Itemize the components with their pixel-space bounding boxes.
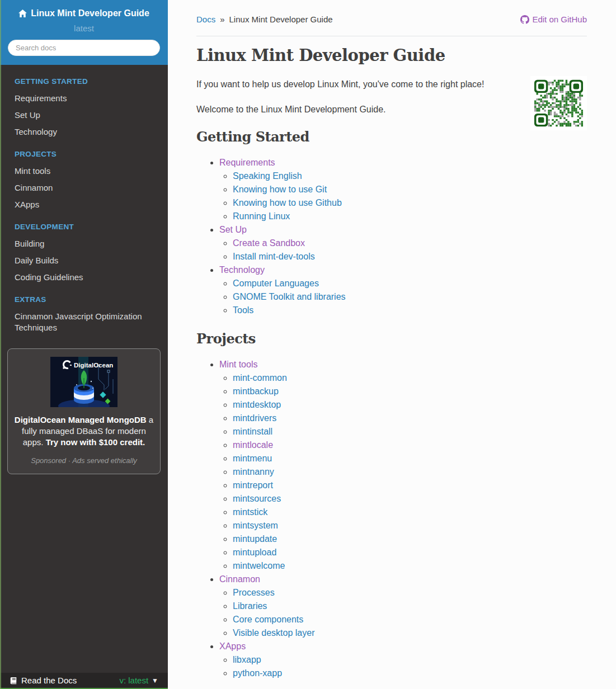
toc-link-gnome-toolkit-and-libraries[interactable]: GNOME Toolkit and libraries (233, 292, 346, 301)
sidebar-item-mint-tools[interactable]: Mint tools (0, 163, 168, 180)
toc-subitem: mintdesktop (233, 398, 587, 412)
toc-subitem: Install mint-dev-tools (233, 250, 587, 263)
toc-sections: Getting StartedRequirementsSpeaking Engl… (196, 129, 587, 680)
toc-link-technology[interactable]: Technology (219, 265, 265, 275)
toc-subitem: Speaking English (233, 169, 587, 183)
toc-sublist: Computer LanguagesGNOME Toolkit and libr… (219, 277, 587, 317)
sidebar-item-cinnamon[interactable]: Cinnamon (0, 180, 168, 196)
toc-link-libxapp[interactable]: libxapp (233, 655, 261, 664)
sidebar-header: Linux Mint Developer Guide latest (0, 0, 168, 65)
sidebar-item-building[interactable]: Building (0, 235, 168, 252)
toc-subitem: libxapp (233, 653, 587, 667)
toc-link-knowing-how-to-use-github[interactable]: Knowing how to use Github (233, 198, 342, 207)
edit-on-github-link[interactable]: Edit on GitHub (520, 15, 587, 24)
toc-subitem: Knowing how to use Git (233, 183, 587, 196)
toc-link-tools[interactable]: Tools (233, 305, 253, 315)
github-icon (520, 15, 529, 24)
toc-link-create-a-sandbox[interactable]: Create a Sandbox (233, 238, 305, 248)
nav-section-caption: PROJECTS (0, 140, 168, 163)
rtd-version-bar: Read the Docs v: latest ▼ (0, 673, 168, 689)
toc-link-mintdrivers[interactable]: mintdrivers (233, 413, 276, 423)
toc-link-knowing-how-to-use-git[interactable]: Knowing how to use Git (233, 185, 327, 194)
page-title: Linux Mint Developer Guide (196, 46, 587, 65)
toc-link-mint-tools[interactable]: Mint tools (219, 360, 257, 369)
toc-item: TechnologyComputer LanguagesGNOME Toolki… (219, 263, 587, 317)
sidebar-item-set-up[interactable]: Set Up (0, 107, 168, 124)
breadcrumb-divider (196, 36, 587, 36)
toc-subitem: Visible desktop layer (233, 626, 587, 640)
breadcrumb-docs-link[interactable]: Docs (196, 15, 215, 24)
ad-disclosure: Sponsored · Ads served ethically (13, 456, 154, 465)
toc-link-visible-desktop-layer[interactable]: Visible desktop layer (233, 628, 314, 638)
toc-subitem: Computer Languages (233, 277, 587, 290)
toc-link-install-mint-dev-tools[interactable]: Install mint-dev-tools (233, 252, 315, 261)
toc-link-xapps[interactable]: XApps (219, 641, 246, 651)
toc-subitem: mintlocale (233, 438, 587, 452)
toc-subitem: mintsystem (233, 519, 587, 532)
toc-link-mintlocale[interactable]: mintlocale (233, 440, 273, 450)
toc-list: RequirementsSpeaking EnglishKnowing how … (196, 156, 587, 317)
toc-link-mintbackup[interactable]: mintbackup (233, 386, 279, 396)
toc-link-libraries[interactable]: Libraries (233, 601, 267, 611)
toc-item: Set UpCreate a SandboxInstall mint-dev-t… (219, 223, 587, 263)
toc-link-mint-common[interactable]: mint-common (233, 373, 287, 383)
read-the-docs-link[interactable]: Read the Docs (10, 676, 77, 685)
toc-link-mintnanny[interactable]: mintnanny (233, 467, 274, 476)
toc-link-processes[interactable]: Processes (233, 588, 275, 597)
toc-link-speaking-english[interactable]: Speaking English (233, 171, 302, 181)
main-area: Docs » Linux Mint Developer Guide Edit o… (168, 0, 616, 689)
toc-link-mintwelcome[interactable]: mintwelcome (233, 561, 285, 570)
toc-subitem: mintnanny (233, 465, 587, 479)
toc-link-mintdesktop[interactable]: mintdesktop (233, 400, 281, 409)
caret-down-icon: ▼ (152, 677, 158, 685)
toc-link-cinnamon[interactable]: Cinnamon (219, 574, 260, 584)
sidebar: Linux Mint Developer Guide latest GETTIN… (0, 0, 168, 689)
toc-item: CinnamonProcessesLibrariesCore component… (219, 573, 587, 640)
sidebar-item-requirements[interactable]: Requirements (0, 90, 168, 107)
toc-subitem: mintsources (233, 492, 587, 506)
ad-cta: Try now with $100 credit. (46, 437, 145, 447)
toc-subitem: mintreport (233, 479, 587, 492)
toc-link-mintreport[interactable]: mintreport (233, 480, 273, 490)
toc-link-mintstick[interactable]: mintstick (233, 507, 267, 517)
toc-link-python-xapp[interactable]: python-xapp (233, 668, 282, 678)
sidebar-item-xapps[interactable]: XApps (0, 196, 168, 213)
sidebar-item-coding-guidelines[interactable]: Coding Guidelines (0, 269, 168, 286)
search-input[interactable] (8, 40, 160, 56)
intro-paragraphs: If you want to help us develop Linux Min… (196, 78, 587, 115)
toc-link-core-components[interactable]: Core components (233, 615, 303, 624)
sidebar-nav: GETTING STARTEDRequirementsSet UpTechnol… (0, 65, 168, 336)
version-switcher[interactable]: v: latest ▼ (119, 676, 158, 685)
section-heading-projects: Projects (196, 331, 587, 347)
toc-link-mintupdate[interactable]: mintupdate (233, 534, 277, 544)
toc-link-requirements[interactable]: Requirements (219, 158, 275, 167)
rtd-label-text: Read the Docs (21, 676, 77, 685)
toc-subitem: Create a Sandbox (233, 237, 587, 250)
toc-subitem: python-xapp (233, 667, 587, 680)
sidebar-item-cinnamon-javascript-optimization-techniques[interactable]: Cinnamon Javascript Optimization Techniq… (0, 308, 168, 336)
nav-section-caption: GETTING STARTED (0, 68, 168, 90)
toc-link-computer-languages[interactable]: Computer Languages (233, 279, 319, 288)
toc-subitem: mintstick (233, 506, 587, 519)
toc-link-mintsystem[interactable]: mintsystem (233, 521, 278, 530)
toc-sublist: Speaking EnglishKnowing how to use GitKn… (219, 169, 587, 223)
toc-link-mintsources[interactable]: mintsources (233, 494, 281, 503)
toc-subitem: GNOME Toolkit and libraries (233, 290, 587, 304)
project-title: Linux Mint Developer Guide (31, 8, 149, 18)
toc-link-mintupload[interactable]: mintupload (233, 548, 276, 557)
toc-link-running-linux[interactable]: Running Linux (233, 211, 290, 221)
toc-item: XAppslibxapppython-xapp (219, 640, 587, 680)
sidebar-item-daily-builds[interactable]: Daily Builds (0, 252, 168, 269)
nav-section-caption: EXTRAS (0, 286, 168, 308)
sidebar-ad[interactable]: DigitalOcean DigitalOcean Managed MongoD… (7, 348, 161, 474)
toc-subitem: Libraries (233, 600, 587, 613)
toc-link-mintmenu[interactable]: mintmenu (233, 454, 272, 463)
project-home-link[interactable]: Linux Mint Developer Guide (8, 8, 160, 18)
toc-item: Mint toolsmint-commonmintbackupmintdeskt… (219, 358, 587, 573)
sidebar-item-technology[interactable]: Technology (0, 124, 168, 140)
toc-sublist: libxapppython-xapp (219, 653, 587, 680)
toc-subitem: Tools (233, 304, 587, 317)
toc-link-mintinstall[interactable]: mintinstall (233, 427, 272, 436)
toc-sublist: Create a SandboxInstall mint-dev-tools (219, 237, 587, 263)
toc-link-set-up[interactable]: Set Up (219, 225, 247, 234)
